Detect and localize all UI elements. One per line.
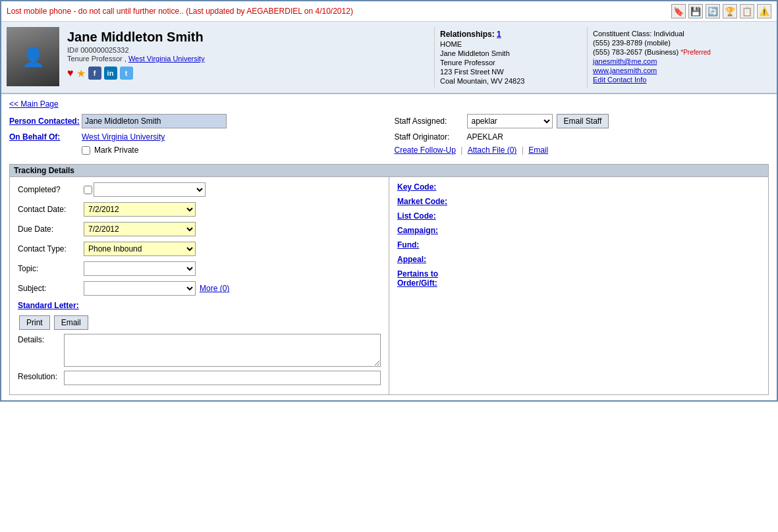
rel-type: HOME — [440, 40, 574, 48]
on-behalf-label[interactable]: On Behalf Of: — [9, 132, 82, 142]
contact-relationships: Relationships: 1 HOME Jane Middleton Smi… — [434, 27, 579, 88]
contact-date-select[interactable]: 7/2/2012 — [84, 202, 196, 217]
tracking-box: Tracking Details Completed? Yes No — [9, 164, 769, 395]
report-icon[interactable]: 📋 — [740, 4, 754, 18]
business-phone: (555) 783-2657 (Business) *Preferred — [593, 48, 766, 56]
order-gift-label[interactable]: Pertains to Order/Gift: — [397, 269, 476, 288]
appeal-label[interactable]: Appeal: — [397, 255, 476, 264]
market-code-label[interactable]: Market Code: — [397, 197, 476, 206]
form-right: Staff Assigned: apeklar Email Staff Staf… — [395, 114, 769, 159]
contact-type-input: Phone Inbound Phone Outbound Email Lette… — [84, 242, 196, 256]
staff-assigned-controls: apeklar Email Staff — [467, 114, 609, 128]
staff-originator-label: Staff Originator: — [395, 132, 467, 142]
attach-file-link[interactable]: Attach File (0) — [468, 146, 517, 155]
campaign-label[interactable]: Campaign: — [397, 226, 476, 235]
completed-select[interactable]: Yes No — [94, 182, 206, 197]
market-code-row: Market Code: — [397, 197, 760, 206]
relationships-count-link[interactable]: 1 — [497, 30, 501, 39]
staff-assigned-select[interactable]: apeklar — [467, 114, 553, 128]
contact-type-select[interactable]: Phone Inbound Phone Outbound Email Lette… — [84, 242, 196, 256]
trophy-icon[interactable]: 🏆 — [723, 4, 737, 18]
contact-photo-inner: 👤 — [7, 27, 59, 86]
subject-select[interactable] — [84, 281, 196, 296]
email-link[interactable]: janesmith@me.com — [593, 57, 657, 65]
website-link-line: www.janesmith.com — [593, 66, 766, 74]
mark-private-row: Mark Private — [82, 146, 384, 155]
star-icon[interactable]: ★ — [76, 67, 86, 80]
person-contacted-label[interactable]: Person Contacted: — [9, 117, 82, 126]
bookmark-icon[interactable]: 🔖 — [671, 4, 686, 18]
resolution-row: Resolution: — [18, 371, 381, 385]
rel-title: Tenure Professor — [440, 59, 574, 66]
key-code-row: Key Code: — [397, 182, 760, 192]
details-textarea[interactable] — [64, 334, 381, 367]
facebook-icon[interactable]: f — [88, 66, 101, 80]
contact-date-label: Contact Date: — [18, 205, 84, 214]
rel-city-state: Coal Mountain, WV 24823 — [440, 77, 574, 85]
campaign-row: Campaign: — [397, 226, 760, 235]
subject-label: Subject: — [18, 284, 84, 293]
print-button[interactable]: Print — [19, 315, 50, 330]
resolution-label: Resolution: — [18, 371, 64, 385]
completed-input: Yes No — [84, 182, 206, 197]
due-date-row: Due Date: 7/2/2012 — [18, 222, 381, 236]
save-icon[interactable]: 💾 — [688, 4, 703, 18]
alert-bar: Lost mobile phone - do not call until fu… — [1, 1, 777, 22]
print-email-row: Print Email — [19, 315, 381, 330]
edit-contact-link[interactable]: Edit Contact Info — [593, 76, 646, 84]
standard-letter-label[interactable]: Standard Letter: — [18, 301, 84, 310]
mobile-phone: (555) 239-8789 (mobile) — [593, 39, 766, 47]
person-contacted-row: Person Contacted: — [9, 114, 384, 128]
contact-title-text: Tenure Professor , — [67, 55, 126, 63]
due-date-input: 7/2/2012 — [84, 222, 196, 236]
appeal-row: Appeal: — [397, 255, 760, 264]
fund-label[interactable]: Fund: — [397, 240, 476, 250]
tracking-right: Key Code: Market Code: List Code: Campai… — [389, 177, 768, 394]
heart-icon[interactable]: ♥ — [67, 67, 74, 79]
person-contacted-input[interactable] — [82, 114, 227, 128]
list-code-label[interactable]: List Code: — [397, 211, 476, 221]
contact-info-left: Jane Middleton Smith ID# 000000025332 Te… — [67, 27, 426, 88]
linkedin-icon[interactable]: in — [104, 66, 117, 80]
key-code-label[interactable]: Key Code: — [397, 182, 476, 192]
form-left: Person Contacted: On Behalf Of: West Vir… — [9, 114, 384, 159]
refresh-icon[interactable]: 🔄 — [706, 4, 720, 18]
toolbar-icons: 🔖 💾 🔄 🏆 📋 ⚠️ — [671, 4, 771, 18]
preferred-badge: *Preferred — [681, 49, 711, 56]
main-content: << Main Page Person Contacted: On Behalf… — [1, 94, 777, 400]
resolution-input[interactable] — [64, 371, 381, 385]
contact-date-input: 7/2/2012 — [84, 202, 196, 217]
topic-select[interactable] — [84, 261, 196, 276]
contact-org-link[interactable]: West Virginia University — [128, 55, 205, 63]
on-behalf-link[interactable]: West Virginia University — [82, 132, 165, 142]
contact-name: Jane Middleton Smith — [67, 30, 426, 45]
contact-date-row: Contact Date: 7/2/2012 — [18, 202, 381, 217]
email-staff-button[interactable]: Email Staff — [557, 114, 609, 128]
website-link[interactable]: www.janesmith.com — [593, 66, 657, 74]
contact-photo: 👤 — [7, 27, 59, 86]
contact-icons: ♥ ★ f in t — [67, 66, 426, 80]
tracking-left: Completed? Yes No Contact Date: — [10, 177, 389, 394]
completed-checkbox[interactable] — [84, 186, 92, 194]
email-button[interactable]: Email — [54, 315, 88, 330]
action-links: Create Follow-Up | Attach File (0) | Ema… — [395, 146, 769, 155]
contact-info-right: Constituent Class: Individual (555) 239-… — [587, 27, 771, 88]
standard-letter-row: Standard Letter: — [18, 301, 381, 310]
staff-assigned-label: Staff Assigned: — [395, 117, 467, 126]
due-date-select[interactable]: 7/2/2012 — [84, 222, 196, 236]
edit-contact-link-line: Edit Contact Info — [593, 76, 766, 84]
completed-label: Completed? — [18, 185, 84, 194]
contact-id: ID# 000000025332 — [67, 46, 426, 54]
email-action-link[interactable]: Email — [528, 146, 548, 155]
create-followup-link[interactable]: Create Follow-Up — [395, 146, 456, 155]
warning-icon[interactable]: ⚠️ — [757, 4, 771, 18]
staff-originator-value: APEKLAR — [467, 132, 503, 142]
twitter-icon[interactable]: t — [120, 66, 133, 80]
email-link-line: janesmith@me.com — [593, 57, 766, 65]
subject-input: More (0) — [84, 281, 229, 296]
on-behalf-row: On Behalf Of: West Virginia University — [9, 132, 384, 142]
mark-private-checkbox[interactable] — [82, 146, 90, 155]
more-link[interactable]: More (0) — [200, 284, 229, 293]
tracking-header: Tracking Details — [10, 165, 768, 177]
back-link[interactable]: << Main Page — [9, 99, 59, 109]
